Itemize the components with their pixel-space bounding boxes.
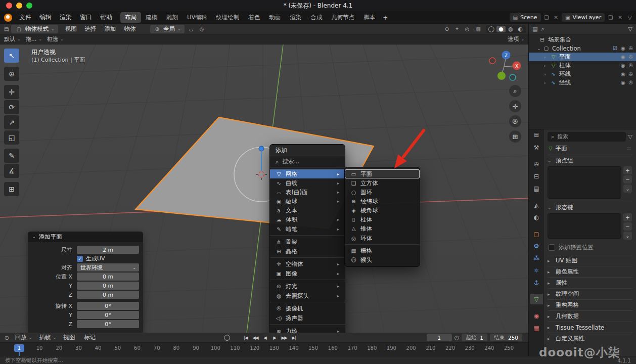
properties-tab-tool[interactable]: ⚒ (530, 142, 543, 153)
number-field[interactable]: 0 m (77, 291, 139, 299)
properties-tab-render[interactable]: ✇ (530, 159, 543, 169)
frame-number[interactable]: 150 (303, 345, 323, 351)
operator-panel-header[interactable]: ⌄ 添加平面 (28, 232, 143, 242)
snap-magnet-icon[interactable]: ◡ (188, 26, 195, 32)
vertex-groups-list[interactable] (548, 166, 621, 199)
frame-number[interactable]: 190 (382, 345, 401, 351)
vertex-groups-header[interactable]: ⌄ 顶点组 (548, 155, 632, 166)
delete-scene-button[interactable]: ✕ (553, 14, 560, 21)
mesh-item-monkey[interactable]: ☺ 猴头 (345, 255, 420, 264)
add-menu-item-image[interactable]: ▣ 图像 ▸ (270, 268, 345, 280)
hide-eye-icon[interactable]: ◉ (621, 71, 625, 77)
mesh-item-torus[interactable]: ◎ 环体 (345, 233, 420, 245)
drag-mode-selector[interactable]: 拖... (26, 35, 42, 43)
viewlayer-selector[interactable]: ▣ ViewLayer (562, 13, 605, 22)
frame-number[interactable]: 90 (186, 345, 206, 351)
frame-number[interactable]: 200 (401, 345, 421, 351)
frame-number[interactable]: 140 (284, 345, 304, 351)
outliner-row-cylinder[interactable]: › ▽ 柱体 ◉ ✇ (529, 61, 636, 70)
frame-number[interactable]: 70 (147, 345, 167, 351)
ortho-grid-icon[interactable]: ⊞ (509, 130, 521, 143)
new-scene-button[interactable]: ❏ (543, 14, 551, 21)
list-button[interactable]: ⌄ (623, 185, 632, 193)
jump-to-start-button[interactable]: |◀ (242, 334, 250, 341)
shading-solid-button[interactable]: ● (496, 26, 506, 32)
workspace-tab-uv-editing[interactable]: UV编辑 (183, 12, 211, 23)
add-menu-item-light-probe[interactable]: ◍ 光照探头 ▸ (270, 291, 345, 302)
render-visibility-camera-icon[interactable]: ✇ (629, 54, 633, 60)
measure-tool[interactable]: ∡ (4, 164, 19, 178)
number-field[interactable]: 0° (77, 302, 139, 310)
properties-section-header[interactable]: ▸ 几何数据 (548, 311, 632, 322)
workspace-tab-animation[interactable]: 动画 (264, 12, 285, 23)
fullscreen-window-button[interactable] (26, 3, 32, 9)
expand-chevron-icon[interactable]: › (544, 63, 550, 68)
frame-number[interactable]: 230 (460, 345, 480, 351)
camera-view-icon[interactable]: ✇ (509, 115, 521, 127)
mesh-item-circle[interactable]: ○ 圆环 (345, 188, 420, 197)
shading-wireframe-button[interactable]: ◯ (487, 26, 496, 32)
select-mode-selector[interactable]: 框选 (47, 35, 64, 43)
frame-number[interactable]: 50 (108, 345, 127, 351)
outliner-filter-icon[interactable]: ▽ (628, 26, 632, 32)
list-button[interactable]: ⌄ (623, 232, 632, 240)
frame-number[interactable]: 250 (499, 345, 519, 351)
scene-collection-label[interactable]: 场景集合 (546, 36, 633, 43)
properties-tab-constraints[interactable]: ⚓ (530, 277, 543, 288)
visibility-icon[interactable]: ⊙ (443, 26, 450, 32)
viewport-canvas[interactable]: 用户透视 (1) Collection | 平面 ↖⊕✛⟳↗◱✎∡⊞ Z X ⌕… (0, 44, 528, 333)
workspace-tab-rendering[interactable]: 渲染 (285, 12, 306, 23)
timeline-menu-marker[interactable]: 标记 (80, 334, 101, 341)
frame-number[interactable]: 60 (127, 345, 147, 351)
hide-eye-icon[interactable]: ◉ (621, 63, 625, 68)
frame-number[interactable]: 160 (323, 345, 343, 351)
frame-number[interactable]: 20 (49, 345, 69, 351)
mesh-item-uv-sphere[interactable]: ⊕ 经纬球 (345, 197, 420, 206)
render-visibility-camera-icon[interactable]: ✇ (629, 71, 633, 77)
move-tool[interactable]: ✛ (4, 85, 19, 99)
playhead-marker[interactable]: 1 (14, 344, 24, 352)
outliner-row-scene-collection[interactable]: ⊟ 场景集合 (529, 35, 636, 44)
blender-logo-icon[interactable] (4, 14, 12, 22)
add-menu-item-volume[interactable]: ☁ 体积 ▸ (270, 215, 345, 224)
menu-file[interactable]: 文件 (15, 12, 35, 23)
properties-tab-object-data[interactable]: ▽ (530, 294, 543, 304)
frame-number[interactable]: 110 (225, 345, 245, 351)
frame-start-field[interactable]: 起始 1 (462, 334, 487, 341)
expand-chevron-icon[interactable]: ⌄ (537, 46, 542, 51)
editor-type-icon[interactable]: ▤ (3, 26, 10, 32)
properties-filter-icon[interactable]: ▽ (628, 133, 632, 140)
add-menu-item-force-field[interactable]: ≋ 力场 ▸ (270, 326, 345, 333)
outliner-row-plane[interactable]: › ▽ 平面 ◉ ✇ (529, 53, 636, 61)
properties-section-header[interactable]: ▸ Tissue Tessellate (548, 322, 632, 333)
current-frame-field[interactable]: 1 (427, 334, 452, 341)
properties-tab-view-layer[interactable]: ▤ (530, 183, 543, 194)
list-button[interactable]: − (623, 175, 632, 184)
properties-tab-object[interactable]: ▢ (530, 229, 543, 239)
properties-tab-modifiers[interactable]: ⚙ (530, 241, 543, 251)
play-button[interactable]: ▶ (270, 334, 279, 341)
viewport-menu-add[interactable]: 添加 (101, 25, 120, 33)
outliner-row-meridian-curve[interactable]: › ∿ 经线 ◉ ✇ (529, 78, 636, 87)
scene-selector[interactable]: ▤ Scene (510, 13, 541, 22)
frame-number[interactable]: 40 (88, 345, 108, 351)
workspace-tab-modeling[interactable]: 建模 (141, 12, 162, 23)
scale-tool[interactable]: ↗ (4, 115, 19, 129)
options-dropdown[interactable]: 选项 (508, 35, 524, 43)
frame-number[interactable]: 100 (206, 345, 225, 351)
menu-window[interactable]: 窗口 (76, 12, 96, 23)
workspace-add-button[interactable]: + (380, 13, 391, 23)
workspace-tab-geometry-nodes[interactable]: 几何节点 (327, 12, 359, 23)
timeline-menu-view[interactable]: 视图 (60, 334, 80, 341)
frame-number[interactable]: 170 (343, 345, 362, 351)
add-menu-item-light[interactable]: ⊙ 灯光 ▸ (270, 282, 345, 291)
navigation-gizmo[interactable]: Z X (484, 46, 524, 86)
frame-number[interactable]: 210 (421, 345, 440, 351)
transform-tool[interactable]: ◱ (4, 130, 19, 145)
auto-keying-button[interactable]: ◯ (224, 334, 230, 341)
rotate-tool[interactable]: ⟳ (4, 100, 19, 114)
pan-hand-icon[interactable]: ✛ (509, 100, 521, 112)
add-menu-item-armature[interactable]: ⋔ 骨架 (270, 237, 345, 246)
shading-material-button[interactable]: ◍ (506, 26, 515, 32)
selectable-checkbox-icon[interactable]: ☑ (613, 46, 617, 51)
